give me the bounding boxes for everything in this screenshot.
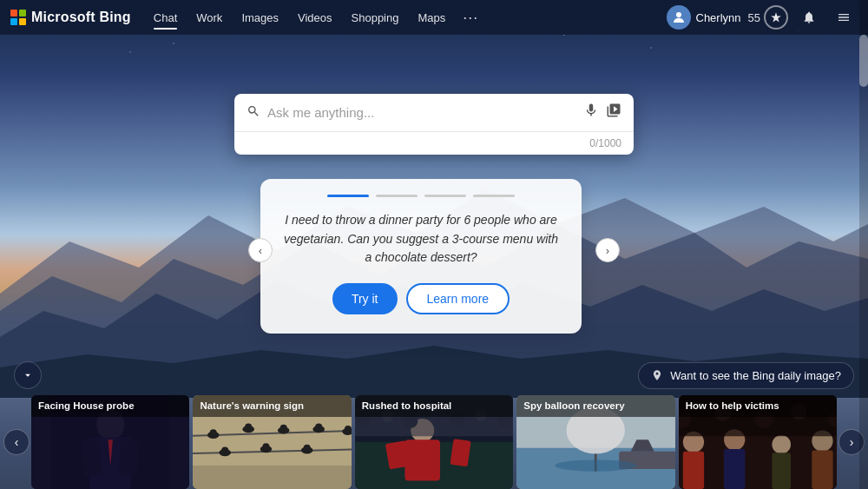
- nav-right-controls: Cherlynn 55: [667, 3, 858, 31]
- search-input-row: [234, 94, 634, 131]
- dot-3[interactable]: [424, 195, 466, 197]
- nav-logo[interactable]: Microsoft Bing: [10, 10, 131, 25]
- avatar: [667, 5, 691, 30]
- news-card-2[interactable]: Nature's warning sign: [193, 395, 351, 489]
- daily-image-label: Want to see the Bing daily image?: [670, 369, 841, 382]
- suggestion-card: I need to throw a dinner party for 6 peo…: [260, 179, 582, 334]
- dot-4[interactable]: [473, 195, 515, 197]
- bottom-controls: Want to see the Bing daily image?: [0, 361, 868, 389]
- nav-link-work[interactable]: Work: [187, 8, 231, 28]
- search-input[interactable]: [267, 105, 576, 120]
- card-dots: [281, 195, 561, 197]
- news-card-4[interactable]: Spy balloon recovery: [516, 395, 674, 489]
- try-it-button[interactable]: Try it: [332, 283, 398, 314]
- news-card-4-title: Spy balloon recovery: [516, 395, 674, 417]
- daily-image-button[interactable]: Want to see the Bing daily image?: [638, 362, 854, 389]
- news-card-3-title: Rushed to hospital: [355, 395, 513, 417]
- microphone-icon[interactable]: [583, 102, 599, 122]
- navbar: Microsoft Bing Chat Work Images Videos S…: [0, 0, 868, 35]
- user-name: Cherlynn: [696, 11, 741, 24]
- card-actions: Try it Learn more: [281, 283, 561, 314]
- brand-name: Microsoft Bing: [31, 10, 131, 25]
- learn-more-button[interactable]: Learn more: [406, 283, 510, 314]
- suggestion-card-wrapper: ‹ I need to throw a dinner party for 6 p…: [260, 167, 608, 334]
- news-card-2-title: Nature's warning sign: [193, 395, 351, 417]
- search-footer: 0/1000: [234, 131, 634, 155]
- logo-sq-red: [10, 10, 17, 17]
- card-prev-button[interactable]: ‹: [248, 238, 273, 262]
- nav-link-shopping[interactable]: Shopping: [343, 8, 408, 28]
- scrollbar-thumb[interactable]: [859, 35, 868, 87]
- nav-link-maps[interactable]: Maps: [409, 8, 454, 28]
- score-badge: [764, 5, 788, 30]
- scrollbar[interactable]: [859, 0, 868, 489]
- svg-point-4: [676, 12, 681, 17]
- char-count: 0/1000: [589, 137, 621, 149]
- news-card-3[interactable]: Rushed to hospital: [355, 395, 513, 489]
- search-container: 0/1000: [234, 94, 634, 155]
- search-box: 0/1000: [234, 94, 634, 155]
- nav-link-chat[interactable]: Chat: [145, 8, 186, 28]
- dot-1[interactable]: [327, 195, 369, 197]
- nav-link-images[interactable]: Images: [233, 8, 287, 28]
- logo-sq-yellow: [19, 18, 26, 25]
- user-menu[interactable]: Cherlynn: [667, 5, 741, 30]
- nav-more-button[interactable]: ···: [456, 7, 485, 29]
- score-number: 55: [748, 11, 760, 24]
- dot-2[interactable]: [376, 195, 418, 197]
- news-card-1[interactable]: Facing House probe: [31, 395, 189, 489]
- camera-icon[interactable]: [606, 102, 621, 122]
- scroll-down-button[interactable]: [14, 361, 42, 389]
- nav-link-videos[interactable]: Videos: [289, 8, 341, 28]
- hamburger-menu-button[interactable]: [830, 3, 858, 31]
- suggestion-text: I need to throw a dinner party for 6 peo…: [281, 211, 561, 268]
- news-card-5-title: How to help victims: [679, 395, 837, 417]
- news-card-5[interactable]: How to help victims: [679, 395, 837, 489]
- news-card-1-title: Facing House probe: [31, 395, 189, 417]
- news-prev-button[interactable]: ‹: [3, 429, 30, 455]
- reward-score[interactable]: 55: [748, 5, 788, 30]
- logo-sq-green: [19, 10, 26, 17]
- card-next-button[interactable]: ›: [595, 238, 620, 262]
- nav-links: Chat Work Images Videos Shopping Maps ··…: [145, 7, 663, 29]
- search-icon: [247, 104, 260, 122]
- news-strip: ‹ Facing House probe: [0, 395, 868, 489]
- bing-logo-icon: [10, 10, 26, 25]
- logo-sq-blue: [10, 18, 17, 25]
- notifications-button[interactable]: [795, 3, 823, 31]
